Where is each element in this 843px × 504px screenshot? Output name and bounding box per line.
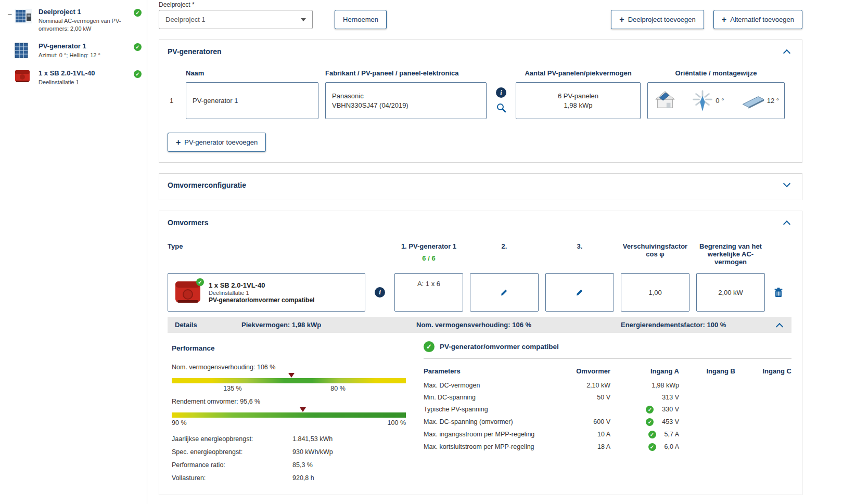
cos-phi-value: 1,00: [648, 289, 661, 296]
compatibility-panel: ✓ PV-generator/omvormer compatibel Param…: [424, 340, 791, 484]
col-3: 3.: [545, 242, 614, 250]
inverter-compat-status: PV-generator/omvormer compatibel: [209, 296, 314, 304]
compat-row: Min. DC-spanning 50 V 313 V: [424, 391, 791, 403]
stat-row: Performance ratio: 85,3 %: [172, 458, 410, 471]
ingang-a-value: 6,0 A: [665, 443, 680, 450]
panel-selection-box[interactable]: Panasonic VBHN330SJ47 (04/2019): [325, 82, 487, 119]
add-alternatief-button[interactable]: + Alternatief toevoegen: [713, 10, 802, 29]
param-label: Min. DC-spanning: [424, 394, 552, 401]
status-ok-icon: ✓: [424, 341, 435, 352]
panel-count-box[interactable]: 6 PV-panelen 1,98 kWp: [516, 82, 641, 119]
sidebar-item-deelproject[interactable]: − Deelproject 1 Nominaal AC-vermogen van…: [0, 3, 147, 37]
ac-limit-value: 2,00 kW: [718, 289, 743, 296]
check-icon: ✓: [648, 431, 656, 438]
stat-value: 85,3 %: [292, 461, 410, 469]
gauge-bar: [172, 378, 406, 383]
stat-value: 930 kWh/kWp: [292, 448, 410, 456]
rename-button-label: Hernoemen: [343, 16, 378, 23]
tick-label: 135 %: [223, 385, 241, 392]
bar1-label: Nom. vermogensverhouding: 106 %: [172, 364, 410, 371]
details-bar[interactable]: Details Piekvermogen: 1,98 kWp Nom. verm…: [168, 317, 791, 333]
col-naam: Naam: [186, 69, 318, 77]
deelproject-select[interactable]: Deelproject 1: [159, 10, 313, 29]
gen1-assignment-box[interactable]: A: 1 x 6: [394, 273, 463, 312]
gauge-marker: [300, 407, 306, 412]
pv-generator-name-input[interactable]: PV-generator 1: [186, 82, 318, 119]
add-pv-generator-button[interactable]: + PV-generator toevoegen: [168, 133, 266, 152]
tick-label: 90 %: [172, 419, 187, 427]
ingang-a-value: 1,98 kWp: [652, 382, 679, 389]
section-title: Omvormerconfiguratie: [168, 181, 246, 189]
plus-icon: +: [176, 138, 181, 147]
sidebar-item-subtitle: Deelinstallatie 1: [39, 79, 131, 86]
add-pv-generator-row: + PV-generator toevoegen: [168, 133, 791, 152]
stat-row: Vollasturen: 920,8 h: [172, 471, 410, 484]
pencil-icon: [575, 288, 584, 297]
chevron-down-icon[interactable]: [783, 180, 790, 187]
inverter-type-box[interactable]: ✓ 1 x SB 2.0-1VL-40 Deelinstallatie 1 PV…: [168, 273, 365, 312]
chevron-up-icon[interactable]: [783, 221, 790, 228]
col-ingang-c: Ingang C: [735, 367, 791, 375]
details-verhouding: Nom. vermogensverhouding: 106 %: [416, 321, 621, 329]
gauge-bar: [172, 412, 406, 418]
omvormers-header[interactable]: Omvormers: [168, 218, 791, 227]
sidebar-item-text: PV-generator 1 Azimut: 0 °; Helling: 12 …: [39, 42, 131, 59]
gen3-edit-box[interactable]: [545, 273, 614, 312]
delete-inverter-button[interactable]: [772, 287, 785, 298]
peak-power: 1,98 kWp: [564, 101, 593, 109]
details-label: Details: [175, 321, 241, 329]
section-omvormers: Omvormers Type 1. PV-generator 1 6 / 6 2…: [159, 211, 802, 495]
search-icon[interactable]: [496, 102, 506, 114]
ac-limit-box[interactable]: 2,00 kW: [696, 273, 765, 312]
info-icon[interactable]: i: [375, 287, 385, 298]
chevron-up-icon[interactable]: [776, 322, 783, 330]
omvormerconfiguratie-header[interactable]: Omvormerconfiguratie: [168, 181, 791, 189]
rename-button[interactable]: Hernoemen: [335, 10, 387, 29]
compat-row: Max. DC-spanning (omvormer) 600 V ✓ 453 …: [424, 416, 791, 428]
add-deelproject-button[interactable]: + Deelproject toevoegen: [611, 10, 704, 29]
chevron-up-icon[interactable]: [783, 49, 790, 57]
omvormer-value: 50 V: [552, 394, 610, 401]
pencil-icon: [500, 288, 509, 297]
info-icon[interactable]: i: [496, 87, 506, 98]
add-alternatief-label: Alternatief toevoegen: [730, 16, 794, 23]
cos-phi-box[interactable]: 1,00: [621, 273, 689, 312]
stat-label: Performance ratio:: [172, 461, 292, 469]
azimuth-indicator: 0 °: [692, 90, 724, 112]
orientation-box[interactable]: 0 ° 12 °: [647, 82, 785, 119]
ingang-a-value: 330 V: [662, 406, 679, 413]
stat-label: Vollasturen:: [172, 474, 292, 482]
details-piekvermogen: Piekvermogen: 1,98 kWp: [241, 321, 416, 329]
add-pv-generator-label: PV-generator toevoegen: [184, 138, 258, 146]
tilted-panel-icon: [739, 93, 765, 109]
main-content: Deelproject * Deelproject 1 Hernoemen + …: [148, 0, 843, 504]
status-ok-icon: ✓: [134, 43, 142, 51]
gen2-edit-box[interactable]: [470, 273, 539, 312]
compatibility-table: Parameters Omvormer Ingang A Ingang B In…: [424, 364, 791, 453]
stat-row: Spec. energieopbrengst: 930 kWh/kWp: [172, 445, 410, 458]
add-deelproject-label: Deelproject toevoegen: [628, 16, 696, 23]
col-2: 2.: [470, 242, 539, 250]
pv-generatoren-header[interactable]: PV-generatoren: [168, 47, 791, 56]
sidebar-item-inverter[interactable]: 1 x SB 2.0-1VL-40 Deelinstallatie 1 ✓: [0, 64, 147, 91]
param-label: Max. ingangsstroom per MPP-regeling: [424, 431, 552, 438]
col-gen1: 1. PV-generator 1: [394, 242, 463, 250]
inverter-type-text: 1 x SB 2.0-1VL-40 Deelinstallatie 1 PV-g…: [209, 281, 314, 304]
col-ac-limit: Begrenzing van het werkelijke AC-vermoge…: [696, 242, 765, 266]
sidebar-item-pv-generator[interactable]: PV-generator 1 Azimut: 0 °; Helling: 12 …: [0, 37, 147, 64]
section-title: Omvormers: [168, 218, 209, 227]
tilt-value: 12 °: [767, 97, 779, 105]
inverter-icon: [15, 70, 33, 85]
check-icon: ✓: [646, 406, 654, 413]
omvormer-value: 10 A: [552, 431, 610, 438]
performance-panel: Performance Nom. vermogensverhouding: 10…: [172, 340, 410, 484]
performance-title: Performance: [172, 344, 410, 352]
col-omvormer: Omvormer: [552, 367, 610, 375]
azimuth-value: 0 °: [716, 97, 724, 105]
sidebar-item-subtitle: Nominaal AC-vermogen van PV-omvormers: 2…: [39, 17, 131, 33]
details-content: Performance Nom. vermogensverhouding: 10…: [168, 340, 791, 484]
tree-collapse-icon[interactable]: −: [5, 10, 15, 19]
col-fabrikant: Fabrikant / PV-paneel / paneel-elektroni…: [325, 69, 487, 77]
compat-header-row: Parameters Omvormer Ingang A Ingang B In…: [424, 364, 791, 379]
stat-label: Spec. energieopbrengst:: [172, 448, 292, 456]
